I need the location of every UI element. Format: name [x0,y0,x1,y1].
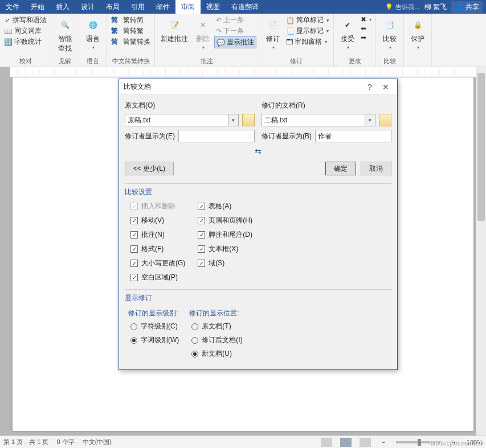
checkbox-脚注和尾注(D)[interactable]: 脚注和尾注(D) [198,230,252,240]
group-language-label: 语言 [81,57,104,67]
next-comment-button[interactable]: ↷下一条 [214,26,256,36]
checkbox-label: 批注(N) [141,230,165,240]
tab-insert[interactable]: 插入 [50,0,75,14]
original-doc-dropdown[interactable]: 原稿.txt▾ [125,114,239,126]
radio-修订后文档(I)[interactable]: 修订后文档(I) [186,335,242,345]
accept-button[interactable]: ✔接受 [336,15,359,57]
delete-comment-button[interactable]: ✕删除 [191,15,214,57]
checkbox-box [130,231,138,239]
tab-home[interactable]: 开始 [25,0,50,14]
new-comment-button[interactable]: 📝新建批注 [157,15,191,57]
checkbox-box [198,217,205,224]
checkbox-文本框(X)[interactable]: 文本框(X) [198,244,252,254]
show-changes-header: 显示修订 [125,293,391,303]
vertical-scrollbar[interactable] [476,67,486,435]
dialog-close-button[interactable]: ✕ [378,83,394,92]
ruler[interactable] [10,67,476,77]
checkbox-大小写更改(G)[interactable]: 大小写更改(G) [130,258,185,268]
compare-button[interactable]: 📑比较 [378,15,401,57]
less-button[interactable]: << 更少(L) [125,162,174,175]
checkbox-label: 插入和删除 [141,202,175,211]
user-name[interactable]: 柳 絮飞 [424,2,447,12]
revised-doc-dropdown[interactable]: 二稿.txt▾ [262,114,375,126]
book-icon: 📖 [4,27,13,35]
reject-button[interactable]: ✖ [359,15,373,24]
checkbox-域(S)[interactable]: 域(S) [198,258,252,268]
checkbox-页眉和页脚(H)[interactable]: 页眉和页脚(H) [198,216,252,225]
checkbox-box [198,203,205,210]
radio-原文档(T)[interactable]: 原文档(T) [186,322,242,331]
next-change-button[interactable]: ➡ [359,33,373,42]
check-icon: 🗸 [4,17,11,24]
checkbox-label: 脚注和尾注(D) [209,230,252,240]
radio-label: 字词级别(W) [141,335,179,345]
checkbox-批注(N)[interactable]: 批注(N) [130,230,185,240]
show-markup-button[interactable]: 📃显示标记 [284,26,331,36]
protect-button[interactable]: 🔒保护 [406,15,429,65]
view-web-button[interactable] [360,438,371,447]
revised-browse-button[interactable] [379,114,391,126]
dialog-help-button[interactable]: ? [362,83,378,92]
scrollbar-thumb[interactable] [477,73,485,221]
smart-lookup-button[interactable]: 🔍智能 查找 [54,15,76,57]
tab-youdao[interactable]: 有道翻译 [226,0,264,14]
delete-comment-icon: ✕ [195,17,211,33]
original-reviser-label: 修订者显示为(E) [125,131,175,141]
chevron-down-icon[interactable]: ▾ [365,114,375,126]
cancel-button[interactable]: 取消 [361,162,391,175]
new-comment-icon: 📝 [166,17,182,33]
tab-review[interactable]: 审阅 [175,0,201,14]
show-comments-button[interactable]: 💬显示批注 [214,36,256,48]
radio-label: 字符级别(C) [141,322,178,331]
status-language[interactable]: 中文(中国) [83,438,112,446]
person-icon: 👤 [455,3,463,11]
prev-change-button[interactable]: ⬅ [359,24,373,33]
checkbox-格式(F)[interactable]: 格式(F) [130,244,185,254]
checkbox-label: 大小写更改(G) [141,258,185,268]
original-browse-button[interactable] [242,114,255,126]
checkbox-label: 文本框(X) [209,244,238,254]
view-read-button[interactable] [321,438,332,447]
word-count-button[interactable]: 🔢字数统计 [2,36,48,47]
chevron-down-icon[interactable]: ▾ [228,114,238,126]
radio-label: 修订后文档(I) [202,335,242,345]
tab-file[interactable]: 文件 [0,0,25,14]
view-print-button[interactable] [340,438,352,447]
simp-to-trad-button[interactable]: 繁 简转繁 [109,26,152,36]
radio-新文档(U)[interactable]: 新文档(U) [186,349,242,359]
zoom-minus-button[interactable]: − [379,439,388,446]
track-changes-button[interactable]: 📄修订 [262,15,284,57]
checkbox-box [130,203,138,210]
radio-label: 原文档(T) [202,322,231,331]
ok-button[interactable]: 确定 [325,162,356,175]
swap-icon[interactable]: ⇆ [255,147,262,156]
thesaurus-button[interactable]: 📖同义词库 [2,26,48,36]
original-reviser-input[interactable] [178,130,255,142]
tab-mail[interactable]: 邮件 [150,0,175,14]
count-icon: 🔢 [4,38,13,46]
group-chinese-label: 中文简繁转换 [109,57,152,67]
tell-me[interactable]: 💡告诉我... [385,3,419,11]
markup-mode-dropdown[interactable]: 📋简单标记▾ [284,15,331,26]
tab-references[interactable]: 引用 [125,0,150,14]
review-pane-button[interactable]: 🗔审阅窗格 [284,36,331,47]
checkbox-空白区域(P)[interactable]: 空白区域(P) [130,273,185,282]
language-button[interactable]: 🌐语言 [81,15,104,57]
share-button[interactable]: 👤共享 [451,1,483,13]
trad-to-simp-button[interactable]: 简 繁转简 [109,15,152,26]
radio-字词级别(W)[interactable]: 字词级别(W) [125,335,179,345]
spelling-grammar-button[interactable]: 🗸拼写和语法 [2,15,48,26]
checkbox-移动(V)[interactable]: 移动(V) [130,216,185,225]
tab-design[interactable]: 设计 [75,0,100,14]
tab-layout[interactable]: 布局 [100,0,125,14]
checkbox-表格(A)[interactable]: 表格(A) [198,202,252,211]
tab-view[interactable]: 视图 [201,0,226,14]
status-words[interactable]: 0 个字 [56,438,74,446]
radio-字符级别(C)[interactable]: 字符级别(C) [125,322,179,331]
status-page[interactable]: 第 1 页，共 1 页 [3,438,48,446]
show-markup-icon: 📃 [286,27,295,35]
chinese-convert-button[interactable]: 简 简繁转换 [109,36,152,47]
prev-comment-button[interactable]: ↶上一条 [214,15,256,26]
language-icon: 🌐 [85,17,101,33]
revised-reviser-input[interactable]: 作者 [315,130,391,142]
